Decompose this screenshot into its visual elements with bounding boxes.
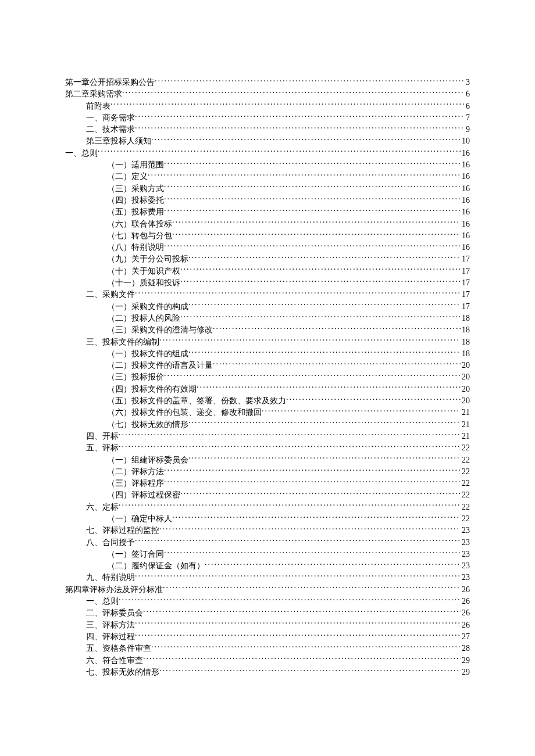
toc-entry[interactable]: （十一）质疑和投诉 17 <box>107 277 470 289</box>
toc-leader-dots <box>135 112 465 120</box>
toc-leader-dots <box>180 266 461 274</box>
toc-title: （一）确定中标人 <box>107 513 172 525</box>
toc-page-number: 17 <box>461 277 470 289</box>
toc-entry[interactable]: （二）投标文件的语言及计量 20 <box>107 360 470 371</box>
toc-entry[interactable]: （四）投标文件的有效期 20 <box>107 384 470 395</box>
toc-entry[interactable]: （三）采购方式 16 <box>107 183 470 195</box>
toc-entry[interactable]: 一、商务需求7 <box>86 112 470 124</box>
toc-leader-dots <box>213 324 461 332</box>
toc-entry[interactable]: 七、评标过程的监控23 <box>86 525 470 536</box>
toc-entry[interactable]: （二）评标方法 22 <box>107 466 470 478</box>
toc-leader-dots <box>119 442 461 450</box>
toc-title: （二）投标人的风险 <box>107 313 180 324</box>
toc-entry[interactable]: 三、评标方法26 <box>86 619 470 631</box>
toc-entry[interactable]: （二）投标人的风险 18 <box>107 313 470 324</box>
toc-entry[interactable]: 六、定标22 <box>86 501 470 513</box>
toc-entry[interactable]: 九、特别说明23 <box>86 572 470 583</box>
toc-entry[interactable]: （二）定义 16 <box>107 171 470 182</box>
toc-entry[interactable]: 第四章评标办法及评分标准26 <box>65 584 470 596</box>
toc-leader-dots <box>135 572 461 580</box>
toc-entry[interactable]: （五）投标费用 16 <box>107 206 470 218</box>
toc-page-number: 27 <box>461 631 470 643</box>
toc-entry[interactable]: （三）采购文件的澄清与修改 18 <box>107 324 470 336</box>
toc-leader-dots <box>180 313 461 321</box>
toc-leader-dots <box>197 384 461 392</box>
toc-leader-dots <box>172 218 461 227</box>
toc-entry[interactable]: （九）关于分公司投标 17 <box>107 253 470 265</box>
toc-entry[interactable]: 一、总则26 <box>86 596 470 607</box>
toc-entry[interactable]: （四）投标委托 16 <box>107 195 470 206</box>
toc-entry[interactable]: （三）评标程序 22 <box>107 478 470 489</box>
toc-leader-dots <box>159 667 461 675</box>
toc-entry[interactable]: 五、资格条件审查28 <box>86 643 470 654</box>
toc-leader-dots <box>110 101 465 109</box>
toc-entry[interactable]: 四、评标过程27 <box>86 631 470 643</box>
toc-entry[interactable]: 四、开标21 <box>86 431 470 442</box>
toc-page-number: 17 <box>461 253 470 265</box>
toc-entry[interactable]: 第二章采购需求6 <box>65 88 470 100</box>
toc-page-number: 23 <box>461 549 470 560</box>
toc-entry[interactable]: （一）组建评标委员会 22 <box>107 454 470 466</box>
toc-entry[interactable]: （一）适用范围 16 <box>107 159 470 171</box>
toc-entry[interactable]: 七、投标无效的情形29 <box>86 667 470 678</box>
toc-entry[interactable]: （一）采购文件的构成 17 <box>107 301 470 313</box>
toc-page-number: 21 <box>461 407 470 418</box>
toc-title: （二）投标文件的语言及计量 <box>107 360 213 371</box>
toc-title: 第三章投标人须知 <box>86 135 151 147</box>
toc-leader-dots <box>172 513 461 521</box>
toc-entry[interactable]: （八）特别说明 16 <box>107 242 470 253</box>
toc-entry[interactable]: 八、合同授予23 <box>86 537 470 549</box>
toc-entry[interactable]: 一、总则16 <box>65 148 470 159</box>
toc-entry[interactable]: （七）投标无效的情形 21 <box>107 419 470 431</box>
toc-title: 四、评标过程 <box>86 631 135 643</box>
toc-leader-dots <box>172 230 461 238</box>
toc-page-number: 20 <box>461 384 470 395</box>
toc-title: （五）投标文件的盖章、签署、份数、要求及效力 <box>107 395 286 407</box>
toc-title: 一、总则 <box>86 596 119 607</box>
toc-title: 三、评标方法 <box>86 619 135 631</box>
toc-entry[interactable]: （六）联合体投标 16 <box>107 218 470 230</box>
toc-entry[interactable]: （一）确定中标人 22 <box>107 513 470 525</box>
toc-leader-dots <box>180 489 461 497</box>
toc-page-number: 26 <box>461 584 470 596</box>
toc-page-number: 16 <box>461 159 470 171</box>
toc-leader-dots <box>188 454 461 463</box>
toc-entry[interactable]: （三）投标报价 20 <box>107 371 470 383</box>
toc-title: 第一章公开招标采购公告 <box>65 77 155 88</box>
toc-entry[interactable]: （一）签订合同 23 <box>107 549 470 560</box>
toc-entry[interactable]: （二）履约保证金（如有） 23 <box>107 560 470 572</box>
toc-page-number: 22 <box>461 489 470 501</box>
toc-entry[interactable]: 二、采购文件17 <box>86 289 470 300</box>
toc-leader-dots <box>119 431 461 439</box>
toc-title: 前附表 <box>86 101 110 112</box>
toc-page-number: 10 <box>461 135 470 147</box>
toc-entry[interactable]: 前附表6 <box>86 101 470 112</box>
toc-entry[interactable]: （六）投标文件的包装、递交、修改和撤回 21 <box>107 407 470 418</box>
toc-leader-dots <box>286 395 461 403</box>
toc-entry[interactable]: （四）评标过程保密 22 <box>107 489 470 501</box>
toc-entry[interactable]: （一）投标文件的组成 18 <box>107 348 470 360</box>
toc-leader-dots <box>164 183 461 191</box>
toc-entry[interactable]: 二、技术需求9 <box>86 124 470 135</box>
toc-title: （三）采购方式 <box>107 183 164 195</box>
toc-title: 第四章评标办法及评分标准 <box>65 584 163 596</box>
toc-entry[interactable]: （七）转包与分包 16 <box>107 230 470 242</box>
toc-leader-dots <box>143 607 461 615</box>
toc-entry[interactable]: （十）关于知识产权 17 <box>107 266 470 277</box>
toc-page-number: 16 <box>461 183 470 195</box>
toc-leader-dots <box>135 537 461 545</box>
toc-entry[interactable]: 第一章公开招标采购公告3 <box>65 77 470 88</box>
toc-page-number: 20 <box>461 360 470 371</box>
toc-entry[interactable]: 三、投标文件的编制18 <box>86 336 470 348</box>
toc-entry[interactable]: 六、符合性审查29 <box>86 655 470 667</box>
toc-entry[interactable]: （五）投标文件的盖章、签署、份数、要求及效力 20 <box>107 395 470 407</box>
toc-page-number: 26 <box>461 607 470 619</box>
toc-page-number: 23 <box>461 560 470 572</box>
toc-page-number: 22 <box>461 478 470 489</box>
toc-entry[interactable]: 二、评标委员会26 <box>86 607 470 619</box>
toc-entry[interactable]: 第三章投标人须知10 <box>86 135 470 147</box>
toc-entry[interactable]: 五、评标22 <box>86 442 470 454</box>
toc-title: 三、投标文件的编制 <box>86 336 159 348</box>
toc-leader-dots <box>135 289 461 297</box>
toc-leader-dots <box>164 195 461 203</box>
